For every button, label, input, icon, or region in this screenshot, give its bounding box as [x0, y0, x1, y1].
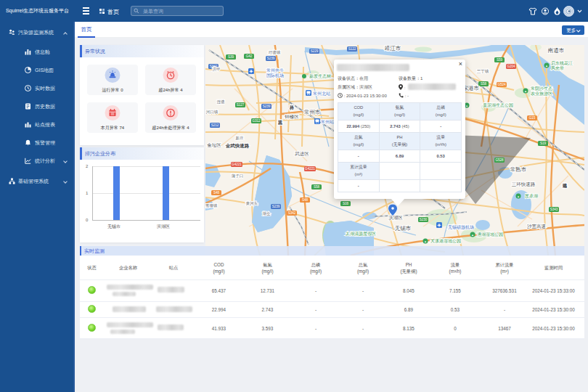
svg-text:S59: S59 [497, 58, 503, 62]
svg-text:S230: S230 [420, 218, 428, 221]
svg-text:农业旅游区: 农业旅游区 [531, 91, 552, 97]
svg-text:S39: S39 [228, 55, 234, 59]
svg-text:G4221: G4221 [232, 163, 242, 166]
svg-text:漕湖湿地公园: 漕湖湿地公园 [477, 232, 503, 237]
svg-text:三丁镇: 三丁镇 [477, 69, 489, 73]
svg-text:常州奔牛: 常州奔牛 [266, 68, 284, 73]
svg-text:常阴沙生态: 常阴沙生态 [531, 86, 552, 91]
svg-text:蒲子口: 蒲子口 [232, 173, 244, 179]
svg-text:S239: S239 [272, 205, 280, 208]
svg-text:武进区: 武进区 [294, 151, 309, 157]
svg-text:G524: G524 [497, 83, 506, 86]
svg-text:S58: S58 [481, 82, 487, 86]
svg-text:常州市: 常州市 [304, 109, 321, 115]
svg-text:G204: G204 [507, 65, 515, 68]
svg-text:南通市: 南通市 [547, 47, 565, 54]
svg-text:启东桃花江: 启东桃花江 [551, 60, 573, 66]
svg-text:沙宜高速: 沙宜高速 [527, 224, 546, 229]
svg-text:黄泥湖生态公园: 黄泥湖生态公园 [483, 102, 513, 108]
svg-text:▲: ▲ [517, 195, 520, 198]
svg-text:金坛区: 金坛区 [207, 142, 221, 147]
svg-text:▲: ▲ [524, 89, 527, 93]
svg-text:常熟市: 常熟市 [510, 166, 527, 173]
svg-text:S127: S127 [237, 103, 245, 107]
svg-text:连塘: 连塘 [217, 99, 226, 105]
svg-text:常州站: 常州站 [321, 120, 334, 125]
svg-text:G42: G42 [246, 54, 253, 58]
svg-text:S239: S239 [267, 57, 275, 60]
svg-text:国际机场: 国际机场 [266, 73, 284, 78]
svg-text:S342: S342 [288, 211, 296, 215]
svg-text:滨湖区: 滨湖区 [388, 215, 403, 221]
svg-text:S239: S239 [263, 105, 271, 108]
svg-text:常州北站: 常州北站 [313, 91, 330, 97]
svg-text:无锡市: 无锡市 [395, 225, 412, 232]
svg-text:S48: S48 [302, 198, 309, 202]
svg-text:太湖清源度假区: 太湖清源度假区 [346, 231, 376, 237]
svg-text:S08: S08 [343, 202, 349, 205]
svg-text:S122: S122 [348, 47, 356, 51]
svg-text:圩塘镇: 圩塘镇 [268, 50, 281, 55]
svg-text:S343: S343 [550, 208, 558, 211]
svg-text:金武快速路: 金武快速路 [225, 143, 250, 149]
svg-text:G528: G528 [495, 158, 504, 162]
svg-text:黄河头: 黄河头 [246, 201, 258, 206]
svg-text:▲: ▲ [424, 240, 427, 243]
svg-text:靖江市: 靖江市 [385, 45, 401, 52]
svg-text:S229: S229 [311, 49, 319, 53]
svg-text:S58: S58 [314, 185, 320, 189]
svg-text:G312: G312 [252, 119, 261, 123]
svg-text:钟楼区: 钟楼区 [284, 114, 299, 119]
svg-text:风光带: 风光带 [551, 66, 564, 71]
svg-text:无锡硕放机场: 无锡硕放机场 [448, 224, 474, 230]
svg-text:▲: ▲ [545, 64, 548, 68]
svg-text:▲: ▲ [465, 104, 468, 107]
svg-text:S212: S212 [211, 123, 219, 127]
svg-text:▲: ▲ [471, 233, 474, 237]
svg-text:昆承湖: 昆承湖 [525, 194, 538, 199]
svg-text:大溪港湿地公园: 大溪港湿地公园 [430, 238, 461, 244]
svg-text:G15: G15 [529, 116, 536, 120]
svg-text:新庄: 新庄 [236, 136, 245, 140]
svg-text:G4221: G4221 [305, 167, 315, 171]
svg-text:河口镇: 河口镇 [206, 110, 219, 115]
svg-text:S48: S48 [213, 191, 220, 195]
svg-text:洪甲: 洪甲 [213, 67, 221, 72]
svg-text:三环快速路: 三环快速路 [512, 181, 536, 187]
svg-text:新发生态林: 新发生态林 [309, 73, 332, 78]
svg-text:雪堰镇: 雪堰镇 [205, 203, 218, 208]
svg-text:S19: S19 [540, 142, 547, 145]
svg-text:湖仝: 湖仝 [262, 211, 271, 216]
